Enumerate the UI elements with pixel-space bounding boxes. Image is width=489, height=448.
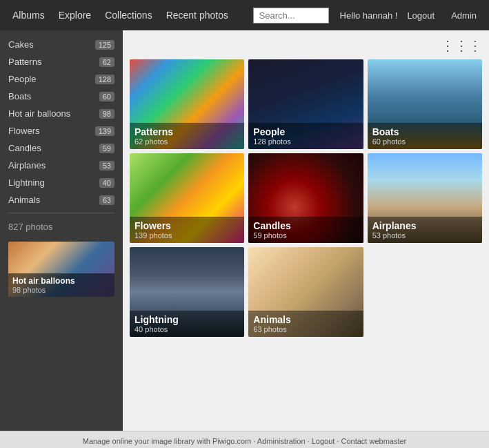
album-tile-title: Airplanes <box>372 220 477 231</box>
main-toolbar: ⋮⋮⋮ <box>130 37 482 54</box>
footer-text: Manage online your image library with Pi… <box>83 437 407 445</box>
album-tile-sub: 60 photos <box>372 137 477 146</box>
album-tile-label: Boats 60 photos <box>368 123 482 149</box>
sidebar-item-animals[interactable]: Animals 63 <box>0 191 123 208</box>
album-tile-sub: 139 photos <box>134 231 239 240</box>
nav-logout[interactable]: Logout <box>400 0 441 30</box>
album-tile-sub: 63 photos <box>253 325 358 333</box>
sidebar-item-airplanes[interactable]: Airplanes 53 <box>0 157 123 174</box>
sidebar-item-count: 59 <box>99 144 114 153</box>
sidebar-item-count: 60 <box>99 92 114 101</box>
grid-view-icon[interactable]: ⋮⋮⋮ <box>441 37 482 54</box>
sidebar-item-people[interactable]: People 128 <box>0 70 123 88</box>
sidebar-item-boats[interactable]: Boats 60 <box>0 88 123 105</box>
album-tile-label: Candles 59 photos <box>248 217 363 243</box>
album-tile-label: Flowers 139 photos <box>130 217 244 243</box>
album-tile-title: Lightning <box>134 314 239 325</box>
album-tile-flowers[interactable]: Flowers 139 photos <box>130 153 244 243</box>
album-grid: Patterns 62 photos People 128 photos Boa… <box>130 59 482 337</box>
album-tile-label: Lightning 40 photos <box>130 311 244 337</box>
sidebar-item-hot-air-balloons[interactable]: Hot air balloons 98 <box>0 105 123 122</box>
greeting-text: Hello hannah ! <box>340 10 398 21</box>
sidebar-item-count: 63 <box>99 195 114 205</box>
sidebar-featured-label: Hot air balloons 98 photos <box>8 273 114 297</box>
nav-admin[interactable]: Admin <box>444 0 483 30</box>
sidebar-item-count: 62 <box>99 57 114 67</box>
sidebar-divider <box>8 213 114 213</box>
nav-user-area: Hello hannah ! Logout Admin <box>335 0 483 30</box>
album-tile-label: Airplanes 53 photos <box>368 217 482 243</box>
sidebar-item-patterns[interactable]: Patterns 62 <box>0 53 123 70</box>
album-tile-sub: 62 photos <box>134 137 239 146</box>
sidebar-item-count: 98 <box>99 109 114 119</box>
nav-albums[interactable]: Albums <box>6 0 52 30</box>
sidebar-item-count: 139 <box>95 126 114 136</box>
sidebar-item-label: Flowers <box>8 126 40 136</box>
album-tile-sub: 59 photos <box>253 231 358 240</box>
album-tile-label: Animals 63 photos <box>248 311 363 337</box>
main-nav: Albums Explore Collections Recent photos… <box>0 0 489 30</box>
nav-recent[interactable]: Recent photos <box>159 0 235 30</box>
album-tile-title: Patterns <box>134 126 239 137</box>
nav-collections[interactable]: Collections <box>98 0 159 30</box>
sidebar-featured-title: Hot air balloons <box>12 276 110 286</box>
sidebar-item-count: 125 <box>95 40 114 50</box>
album-tile-lightning[interactable]: Lightning 40 photos <box>130 247 244 337</box>
sidebar-total: 827 photos <box>0 217 123 236</box>
search-area <box>253 8 329 23</box>
album-tile-title: Flowers <box>134 220 239 231</box>
album-tile-airplanes[interactable]: Airplanes 53 photos <box>368 153 482 243</box>
sidebar-item-count: 53 <box>99 161 114 171</box>
sidebar-item-label: Animals <box>8 195 40 205</box>
search-input[interactable] <box>253 8 329 23</box>
sidebar-item-cakes[interactable]: Cakes 125 <box>0 36 123 53</box>
page-body: Cakes 125 Patterns 62 People 128 Boats 6… <box>0 30 489 431</box>
sidebar-featured-sub: 98 photos <box>12 286 110 294</box>
sidebar-item-count: 40 <box>99 178 114 188</box>
sidebar-item-label: Cakes <box>8 39 34 50</box>
sidebar-item-label: Lightning <box>8 177 45 188</box>
album-tile-sub: 128 photos <box>253 137 358 146</box>
album-tile-title: People <box>253 126 358 137</box>
sidebar-item-label: People <box>8 74 36 84</box>
sidebar-item-flowers[interactable]: Flowers 139 <box>0 122 123 139</box>
main-content: ⋮⋮⋮ Patterns 62 photos People 128 photos… <box>123 30 489 431</box>
sidebar: Cakes 125 Patterns 62 People 128 Boats 6… <box>0 30 123 431</box>
sidebar-item-label: Airplanes <box>8 160 46 171</box>
album-tile-patterns[interactable]: Patterns 62 photos <box>130 59 244 149</box>
sidebar-featured[interactable]: Hot air balloons 98 photos <box>8 242 114 297</box>
sidebar-item-count: 128 <box>95 75 114 84</box>
album-tile-label: People 128 photos <box>248 123 363 149</box>
album-tile-people[interactable]: People 128 photos <box>248 59 363 149</box>
sidebar-item-label: Candles <box>8 143 41 153</box>
album-tile-sub: 40 photos <box>134 325 239 333</box>
album-tile-title: Animals <box>253 314 358 325</box>
album-tile-candles[interactable]: Candles 59 photos <box>248 153 363 243</box>
album-tile-label: Patterns 62 photos <box>130 123 244 149</box>
album-tile-sub: 53 photos <box>372 231 477 240</box>
album-tile-animals[interactable]: Animals 63 photos <box>248 247 363 337</box>
sidebar-item-label: Boats <box>8 91 31 101</box>
sidebar-item-candles[interactable]: Candles 59 <box>0 139 123 157</box>
nav-explore[interactable]: Explore <box>52 0 98 30</box>
sidebar-item-lightning[interactable]: Lightning 40 <box>0 174 123 191</box>
album-tile-boats[interactable]: Boats 60 photos <box>368 59 482 149</box>
album-tile-title: Candles <box>253 220 358 231</box>
sidebar-item-label: Hot air balloons <box>8 108 70 119</box>
album-tile-title: Boats <box>372 126 477 137</box>
footer: Manage online your image library with Pi… <box>0 431 489 448</box>
sidebar-item-label: Patterns <box>8 57 41 67</box>
